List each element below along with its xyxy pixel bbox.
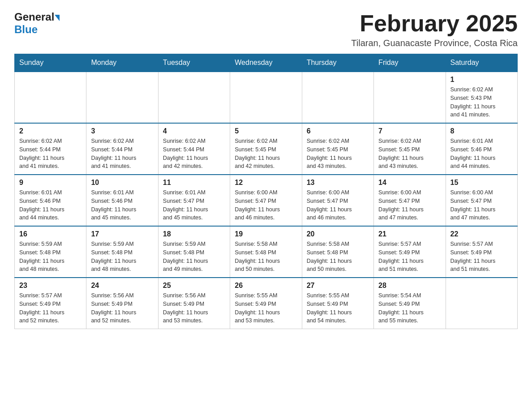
day-info: Sunrise: 6:01 AMSunset: 5:46 PMDaylight:… (450, 137, 513, 171)
calendar-cell (15, 72, 86, 123)
calendar-header-sunday: Sunday (15, 54, 86, 72)
title-area: February 2025 Tilaran, Guanacaste Provin… (351, 11, 518, 48)
day-info: Sunrise: 5:59 AMSunset: 5:48 PMDaylight:… (19, 240, 82, 274)
day-number: 16 (19, 230, 82, 238)
calendar-header-monday: Monday (86, 54, 158, 72)
calendar-cell: 10Sunrise: 6:01 AMSunset: 5:46 PMDayligh… (86, 175, 158, 226)
calendar-cell: 28Sunrise: 5:54 AMSunset: 5:49 PMDayligh… (374, 278, 446, 329)
day-info: Sunrise: 5:54 AMSunset: 5:49 PMDaylight:… (378, 291, 441, 325)
day-number: 1 (450, 76, 513, 84)
day-number: 28 (378, 282, 441, 290)
day-info: Sunrise: 5:56 AMSunset: 5:49 PMDaylight:… (163, 291, 225, 325)
logo-general-text: General (14, 11, 54, 23)
calendar-cell: 14Sunrise: 6:00 AMSunset: 5:47 PMDayligh… (374, 175, 446, 226)
day-info: Sunrise: 5:57 AMSunset: 5:49 PMDaylight:… (450, 240, 513, 274)
day-info: Sunrise: 6:02 AMSunset: 5:44 PMDaylight:… (19, 137, 82, 171)
calendar-cell: 2Sunrise: 6:02 AMSunset: 5:44 PMDaylight… (15, 123, 86, 175)
calendar-header-saturday: Saturday (446, 54, 517, 72)
calendar-cell (302, 72, 373, 123)
calendar-table: SundayMondayTuesdayWednesdayThursdayFrid… (14, 54, 518, 329)
calendar-cell: 25Sunrise: 5:56 AMSunset: 5:49 PMDayligh… (158, 278, 230, 329)
day-info: Sunrise: 6:00 AMSunset: 5:47 PMDaylight:… (307, 188, 369, 222)
day-number: 15 (450, 179, 513, 187)
calendar-cell: 17Sunrise: 5:59 AMSunset: 5:48 PMDayligh… (86, 226, 158, 278)
calendar-week-4: 16Sunrise: 5:59 AMSunset: 5:48 PMDayligh… (15, 226, 518, 278)
calendar-header-thursday: Thursday (302, 54, 373, 72)
day-info: Sunrise: 6:01 AMSunset: 5:46 PMDaylight:… (91, 188, 153, 222)
day-info: Sunrise: 5:57 AMSunset: 5:49 PMDaylight:… (19, 291, 82, 325)
day-number: 17 (91, 230, 153, 238)
day-number: 10 (91, 179, 153, 187)
logo: General (14, 11, 60, 23)
day-info: Sunrise: 5:57 AMSunset: 5:49 PMDaylight:… (378, 240, 441, 274)
day-info: Sunrise: 5:59 AMSunset: 5:48 PMDaylight:… (91, 240, 153, 274)
day-info: Sunrise: 5:56 AMSunset: 5:49 PMDaylight:… (91, 291, 153, 325)
day-number: 5 (235, 127, 297, 135)
calendar-cell: 13Sunrise: 6:00 AMSunset: 5:47 PMDayligh… (302, 175, 373, 226)
day-info: Sunrise: 6:02 AMSunset: 5:43 PMDaylight:… (450, 86, 513, 119)
calendar-cell (446, 278, 517, 329)
logo-blue-line: Blue (14, 23, 38, 36)
day-info: Sunrise: 6:02 AMSunset: 5:45 PMDaylight:… (307, 137, 369, 171)
calendar-cell: 22Sunrise: 5:57 AMSunset: 5:49 PMDayligh… (446, 226, 517, 278)
day-number: 12 (235, 179, 297, 187)
day-number: 20 (307, 230, 369, 238)
day-number: 2 (19, 127, 82, 135)
calendar-cell (86, 72, 158, 123)
calendar-cell: 16Sunrise: 5:59 AMSunset: 5:48 PMDayligh… (15, 226, 86, 278)
day-number: 14 (378, 179, 441, 187)
day-number: 19 (235, 230, 297, 238)
logo-blue-text: Blue (14, 23, 38, 35)
calendar-cell: 3Sunrise: 6:02 AMSunset: 5:44 PMDaylight… (86, 123, 158, 175)
calendar-cell (230, 72, 302, 123)
day-info: Sunrise: 6:02 AMSunset: 5:44 PMDaylight:… (163, 137, 225, 171)
day-info: Sunrise: 5:55 AMSunset: 5:49 PMDaylight:… (307, 291, 369, 325)
calendar-header-tuesday: Tuesday (158, 54, 230, 72)
calendar-cell: 27Sunrise: 5:55 AMSunset: 5:49 PMDayligh… (302, 278, 373, 329)
calendar-header-wednesday: Wednesday (230, 54, 302, 72)
calendar-cell: 6Sunrise: 6:02 AMSunset: 5:45 PMDaylight… (302, 123, 373, 175)
day-number: 8 (450, 127, 513, 135)
day-number: 6 (307, 127, 369, 135)
calendar-cell: 1Sunrise: 6:02 AMSunset: 5:43 PMDaylight… (446, 72, 517, 123)
calendar-cell: 12Sunrise: 6:00 AMSunset: 5:47 PMDayligh… (230, 175, 302, 226)
page-header: General Blue February 2025 Tilaran, Guan… (14, 11, 518, 48)
day-number: 23 (19, 282, 82, 290)
month-title: February 2025 (351, 11, 518, 36)
day-number: 13 (307, 179, 369, 187)
calendar-cell: 20Sunrise: 5:58 AMSunset: 5:48 PMDayligh… (302, 226, 373, 278)
calendar-week-1: 1Sunrise: 6:02 AMSunset: 5:43 PMDaylight… (15, 72, 518, 123)
calendar-header-friday: Friday (374, 54, 446, 72)
calendar-cell: 4Sunrise: 6:02 AMSunset: 5:44 PMDaylight… (158, 123, 230, 175)
day-info: Sunrise: 5:58 AMSunset: 5:48 PMDaylight:… (307, 240, 369, 274)
day-number: 24 (91, 282, 153, 290)
day-number: 27 (307, 282, 369, 290)
calendar-cell: 7Sunrise: 6:02 AMSunset: 5:45 PMDaylight… (374, 123, 446, 175)
calendar-cell: 19Sunrise: 5:58 AMSunset: 5:48 PMDayligh… (230, 226, 302, 278)
day-number: 11 (163, 179, 225, 187)
day-info: Sunrise: 5:59 AMSunset: 5:48 PMDaylight:… (163, 240, 225, 274)
day-info: Sunrise: 6:02 AMSunset: 5:45 PMDaylight:… (378, 137, 441, 171)
calendar-cell: 24Sunrise: 5:56 AMSunset: 5:49 PMDayligh… (86, 278, 158, 329)
calendar-cell: 15Sunrise: 6:00 AMSunset: 5:47 PMDayligh… (446, 175, 517, 226)
day-info: Sunrise: 6:02 AMSunset: 5:45 PMDaylight:… (235, 137, 297, 171)
day-number: 4 (163, 127, 225, 135)
day-info: Sunrise: 5:55 AMSunset: 5:49 PMDaylight:… (235, 291, 297, 325)
calendar-cell: 8Sunrise: 6:01 AMSunset: 5:46 PMDaylight… (446, 123, 517, 175)
calendar-cell: 11Sunrise: 6:01 AMSunset: 5:47 PMDayligh… (158, 175, 230, 226)
day-number: 25 (163, 282, 225, 290)
calendar-week-5: 23Sunrise: 5:57 AMSunset: 5:49 PMDayligh… (15, 278, 518, 329)
day-info: Sunrise: 5:58 AMSunset: 5:48 PMDaylight:… (235, 240, 297, 274)
logo-triangle-icon (55, 15, 60, 21)
calendar-cell: 18Sunrise: 5:59 AMSunset: 5:48 PMDayligh… (158, 226, 230, 278)
logo-area: General Blue (14, 11, 60, 36)
day-info: Sunrise: 6:00 AMSunset: 5:47 PMDaylight:… (378, 188, 441, 222)
calendar-cell: 21Sunrise: 5:57 AMSunset: 5:49 PMDayligh… (374, 226, 446, 278)
day-number: 18 (163, 230, 225, 238)
day-number: 26 (235, 282, 297, 290)
calendar-cell (374, 72, 446, 123)
day-number: 21 (378, 230, 441, 238)
calendar-cell: 26Sunrise: 5:55 AMSunset: 5:49 PMDayligh… (230, 278, 302, 329)
calendar-week-2: 2Sunrise: 6:02 AMSunset: 5:44 PMDaylight… (15, 123, 518, 175)
day-number: 3 (91, 127, 153, 135)
